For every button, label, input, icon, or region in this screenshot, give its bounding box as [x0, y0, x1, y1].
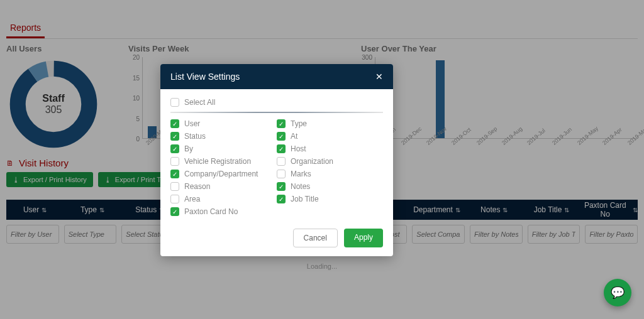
checkbox-marks[interactable]: Marks [277, 170, 383, 178]
checkbox-reason[interactable]: Reason [170, 182, 277, 191]
checkbox-vehicle-registration[interactable]: Vehicle Registration [170, 157, 277, 166]
checkbox-select-all[interactable]: Select All [170, 98, 383, 107]
checkbox-organization[interactable]: Organization [277, 157, 383, 166]
checkbox-notes[interactable]: ✓Notes [277, 182, 383, 191]
checkbox-by[interactable]: ✓By [170, 144, 277, 153]
checkbox-area[interactable]: Area [170, 195, 277, 203]
checkbox-job-title[interactable]: ✓Job Title [277, 195, 383, 203]
checkbox-status[interactable]: ✓Status [170, 132, 277, 141]
apply-button[interactable]: Apply [344, 229, 383, 247]
checkbox-user[interactable]: ✓User [170, 119, 277, 128]
checkbox-host[interactable]: ✓Host [277, 144, 383, 153]
divider [170, 112, 383, 113]
checkbox-type[interactable]: ✓Type [277, 119, 383, 128]
checkbox-at[interactable]: ✓At [277, 132, 383, 141]
cancel-button[interactable]: Cancel [293, 229, 338, 247]
chat-icon: 💬 [611, 286, 625, 300]
checkbox-company-department[interactable]: ✓Company/Department [170, 170, 277, 178]
chat-fab[interactable]: 💬 [604, 279, 631, 306]
list-view-settings-modal: List View Settings ✕ Select All ✓User✓St… [160, 64, 393, 256]
close-icon[interactable]: ✕ [375, 72, 383, 82]
modal-title: List View Settings [170, 72, 240, 82]
checkbox-paxton-card-no[interactable]: ✓Paxton Card No [170, 207, 277, 216]
